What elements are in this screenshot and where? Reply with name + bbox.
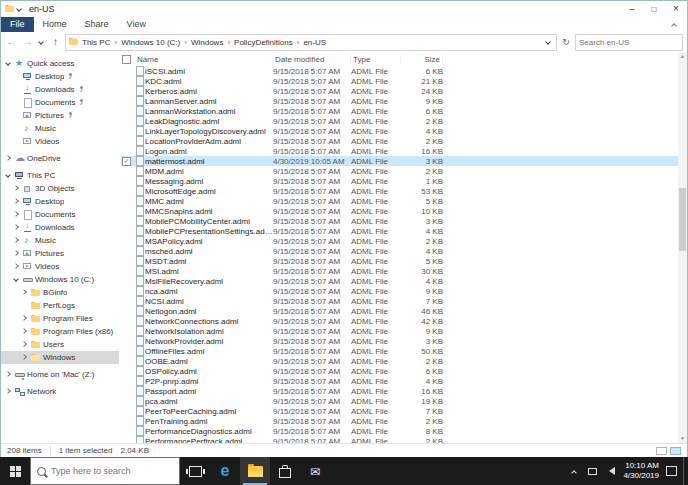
- sidebar-item-this-pc[interactable]: This PC: [1, 169, 119, 182]
- taskbar-file-explorer-button[interactable]: [240, 457, 270, 485]
- file-row[interactable]: MMCSnapins.adml9/15/2018 5:07 AMADML Fil…: [121, 206, 687, 216]
- file-row[interactable]: MSDT.adml9/15/2018 5:07 AMADML File5 KB: [121, 256, 687, 266]
- up-button[interactable]: [49, 35, 62, 49]
- file-row[interactable]: Kerberos.adml9/15/2018 5:07 AMADML File2…: [121, 86, 687, 96]
- chevron-down-icon[interactable]: [12, 275, 21, 284]
- chevron-right-icon[interactable]: [20, 353, 29, 362]
- sidebar-item-documents[interactable]: Documents: [1, 208, 119, 221]
- scroll-up-icon[interactable]: [678, 52, 687, 61]
- sidebar-item-pictures[interactable]: Pictures: [1, 247, 119, 260]
- sidebar-item-downloads[interactable]: Downloads: [1, 221, 119, 234]
- file-row[interactable]: OfflineFiles.adml9/15/2018 5:07 AMADML F…: [121, 346, 687, 356]
- breadcrumb-separator-icon[interactable]: ›: [297, 38, 300, 47]
- file-row[interactable]: MobilePCMobilityCenter.adml9/15/2018 5:0…: [121, 216, 687, 226]
- back-button[interactable]: [5, 35, 18, 49]
- file-row[interactable]: PenTraining.adml9/15/2018 5:07 AMADML Fi…: [121, 416, 687, 426]
- file-row[interactable]: PerformancePerftrack.adml9/15/2018 5:07 …: [121, 436, 687, 443]
- file-row[interactable]: MDM.adml9/15/2018 5:07 AMADML File2 KB: [121, 166, 687, 176]
- network-icon[interactable]: [588, 468, 597, 475]
- sidebar-item-music[interactable]: Music: [1, 122, 119, 135]
- chevron-right-icon[interactable]: [12, 184, 21, 193]
- sidebar-item-documents[interactable]: Documents: [1, 96, 119, 109]
- sidebar-item-windows[interactable]: Windows: [1, 351, 119, 364]
- file-row[interactable]: MSI.adml9/15/2018 5:07 AMADML File30 KB: [121, 266, 687, 276]
- file-row[interactable]: KDC.adml9/15/2018 5:07 AMADML File21 KB: [121, 76, 687, 86]
- volume-icon[interactable]: [605, 467, 615, 475]
- chevron-down-icon[interactable]: [4, 171, 13, 180]
- chevron-right-icon[interactable]: [12, 262, 21, 271]
- column-header-type[interactable]: Type: [351, 55, 401, 64]
- breadcrumb-separator-icon[interactable]: ›: [114, 38, 117, 47]
- file-row[interactable]: LocationProviderAdm.adml9/15/2018 5:07 A…: [121, 136, 687, 146]
- chevron-right-icon[interactable]: [20, 288, 29, 297]
- file-row[interactable]: LinkLayerTopologyDiscovery.adml9/15/2018…: [121, 126, 687, 136]
- file-row[interactable]: nca.adml9/15/2018 5:07 AMADML File9 KB: [121, 286, 687, 296]
- address-dropdown-icon[interactable]: [544, 38, 553, 47]
- sidebar-item-quick-access[interactable]: Quick access: [1, 57, 119, 70]
- breadcrumb-item[interactable]: Windows 10 (C:): [121, 38, 180, 47]
- refresh-icon[interactable]: [560, 35, 572, 49]
- file-row[interactable]: msched.adml9/15/2018 5:07 AMADML File4 K…: [121, 246, 687, 256]
- chevron-right-icon[interactable]: [12, 236, 21, 245]
- file-row[interactable]: OOBE.adml9/15/2018 5:07 AMADML File2 KB: [121, 356, 687, 366]
- file-row[interactable]: PeerToPeerCaching.adml9/15/2018 5:07 AMA…: [121, 406, 687, 416]
- sidebar-item-3d-objects[interactable]: 3D Objects: [1, 182, 119, 195]
- chevron-right-icon[interactable]: [4, 154, 13, 163]
- chevron-right-icon[interactable]: [12, 210, 21, 219]
- file-row[interactable]: PerformanceDiagnostics.adml9/15/2018 5:0…: [121, 426, 687, 436]
- file-row[interactable]: iSCSI.adml9/15/2018 5:07 AMADML File6 KB: [121, 66, 687, 76]
- chevron-right-icon[interactable]: [4, 370, 13, 379]
- breadcrumb-item[interactable]: PolicyDefinitions: [234, 38, 293, 47]
- details-view-icon[interactable]: [656, 447, 667, 455]
- chevron-right-icon[interactable]: [20, 340, 29, 349]
- sidebar-item-network[interactable]: Network: [1, 385, 119, 398]
- taskbar-mail-button[interactable]: [300, 457, 330, 485]
- show-desktop-button[interactable]: [683, 457, 688, 485]
- file-row[interactable]: Passport.adml9/15/2018 5:07 AMADML File1…: [121, 386, 687, 396]
- taskbar-search-input[interactable]: [49, 465, 179, 477]
- file-row[interactable]: LeakDiagnostic.adml9/15/2018 5:07 AMADML…: [121, 116, 687, 126]
- file-row[interactable]: Logon.adml9/15/2018 5:07 AMADML File16 K…: [121, 146, 687, 156]
- chevron-right-icon[interactable]: [20, 327, 29, 336]
- chevron-right-icon[interactable]: [12, 249, 21, 258]
- chevron-down-icon[interactable]: [4, 59, 13, 68]
- thumbnails-view-icon[interactable]: [670, 447, 681, 455]
- file-row[interactable]: LanmanServer.adml9/15/2018 5:07 AMADML F…: [121, 96, 687, 106]
- minimize-button[interactable]: [621, 1, 643, 17]
- sidebar-item-bginfo[interactable]: BGinfo: [1, 286, 119, 299]
- file-row[interactable]: pca.adml9/15/2018 5:07 AMADML File19 KB: [121, 396, 687, 406]
- file-row[interactable]: Messaging.adml9/15/2018 5:07 AMADML File…: [121, 176, 687, 186]
- sidebar-item-music[interactable]: Music: [1, 234, 119, 247]
- file-row[interactable]: NetworkIsolation.adml9/15/2018 5:07 AMAD…: [121, 326, 687, 336]
- sidebar-item-windows-10-c[interactable]: Windows 10 (C:): [1, 273, 119, 286]
- taskbar-clock[interactable]: 10:10 AM 4/30/2019: [623, 461, 659, 482]
- tab-share[interactable]: Share: [76, 17, 118, 32]
- sidebar-item-desktop[interactable]: Desktop: [1, 195, 119, 208]
- file-row[interactable]: MMC.adml9/15/2018 5:07 AMADML File5 KB: [121, 196, 687, 206]
- column-header-size[interactable]: Size: [401, 55, 443, 64]
- recent-locations-icon[interactable]: [37, 38, 46, 47]
- chevron-right-icon[interactable]: [12, 223, 21, 232]
- sidebar-item-users[interactable]: Users: [1, 338, 119, 351]
- start-button[interactable]: [0, 457, 30, 485]
- row-checkbox[interactable]: [122, 157, 131, 166]
- tab-view[interactable]: View: [118, 17, 155, 32]
- file-row[interactable]: NetworkConnections.adml9/15/2018 5:07 AM…: [121, 316, 687, 326]
- tab-file[interactable]: File: [1, 17, 34, 32]
- breadcrumb-separator-icon[interactable]: ›: [184, 38, 187, 47]
- file-row[interactable]: MsiFileRecovery.adml9/15/2018 5:07 AMADM…: [121, 276, 687, 286]
- forward-button[interactable]: [21, 35, 34, 49]
- scrollbar-track[interactable]: [678, 61, 687, 434]
- quick-access-toolbar-arrow-icon[interactable]: [15, 5, 24, 14]
- select-all-checkbox[interactable]: [122, 55, 131, 64]
- file-row[interactable]: LanmanWorkstation.adml9/15/2018 5:07 AMA…: [121, 106, 687, 116]
- sidebar-item-perflogs[interactable]: PerfLogs: [1, 299, 119, 312]
- address-bar[interactable]: This PC›Windows 10 (C:)›Windows›PolicyDe…: [65, 34, 557, 51]
- file-row[interactable]: NetworkProvider.adml9/15/2018 5:07 AMADM…: [121, 336, 687, 346]
- search-input[interactable]: [576, 38, 682, 47]
- task-view-button[interactable]: [180, 457, 210, 485]
- breadcrumb-item[interactable]: Windows: [191, 38, 223, 47]
- chevron-right-icon[interactable]: [20, 314, 29, 323]
- sidebar-item-program-files[interactable]: Program Files: [1, 312, 119, 325]
- file-row[interactable]: mattermost.adml4/30/2019 10:05 AMADML Fi…: [121, 156, 687, 166]
